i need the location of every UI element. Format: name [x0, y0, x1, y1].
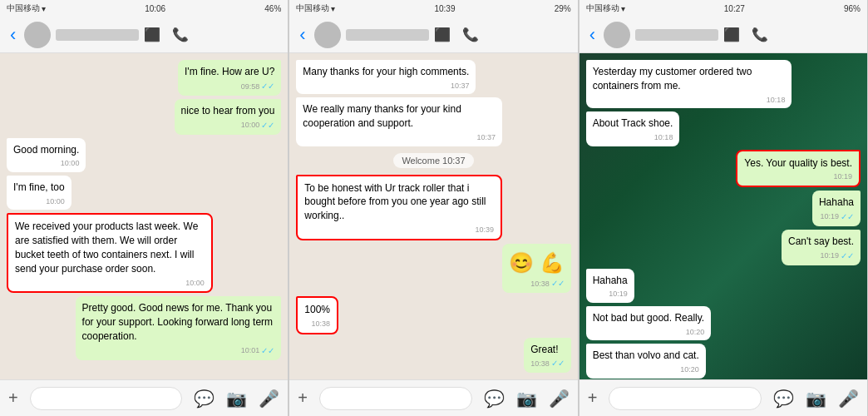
phone-icon-2[interactable]: 📞	[462, 27, 479, 42]
message-text: Yesterday my customer ordered two contai…	[593, 66, 752, 92]
tick-icon: ✓✓	[261, 345, 274, 357]
back-button-2[interactable]: ‹	[296, 24, 308, 46]
message-time: 09:58✓✓	[185, 81, 274, 92]
time-text: 09:58	[241, 82, 260, 92]
phone-panel-1: 中国移动 ▾ 10:06 46% ‹ ⬛ 📞 I'm fine. How are…	[0, 0, 289, 416]
message-text: Yes. Your quality is best.	[744, 157, 852, 169]
message-text: nice to hear from you	[181, 105, 275, 116]
time-text: 10:38	[312, 319, 331, 329]
nav-icons-3: ⬛ 📞	[723, 27, 768, 42]
message-bubble: Many thanks for your high comments.10:37	[296, 60, 570, 94]
message-input-2[interactable]	[319, 387, 472, 410]
status-bar-1: 中国移动 ▾ 10:06 46%	[0, 0, 288, 17]
phone-icon-3[interactable]: 📞	[752, 27, 768, 42]
message-bubble: Yes. Your quality is best.10:19	[586, 150, 861, 187]
chat-area-1: I'm fine. How are U?09:58✓✓nice to hear …	[0, 53, 288, 379]
back-button-3[interactable]: ‹	[586, 24, 599, 46]
message-bubble: Not bad but good. Really.10:20	[586, 306, 861, 340]
time-text: 10:00	[46, 196, 65, 207]
avatar-1	[24, 22, 51, 48]
carrier-3: 中国移动	[586, 2, 619, 14]
plus-icon-1[interactable]: +	[8, 389, 18, 408]
mic-icon-1[interactable]: 🎤	[259, 389, 279, 409]
status-right-3: 96%	[844, 4, 861, 13]
bottom-bar-1: + 💬 📷 🎤	[0, 379, 288, 416]
carrier-1: 中国移动	[7, 2, 40, 14]
message-bubble: I'm fine. How are U?09:58✓✓	[7, 60, 281, 96]
message-bubble: 😊 💪10:38✓✓	[296, 244, 570, 294]
message-text: I'm fine. How are U?	[185, 66, 274, 77]
message-time: 10:19	[593, 289, 628, 300]
message-time: 10:18	[593, 132, 673, 143]
message-bubble: Yesterday my customer ordered two contai…	[586, 60, 861, 108]
status-bar-2: 中国移动 ▾ 10:39 29%	[289, 0, 577, 17]
time-text: 10:19	[833, 171, 852, 182]
message-text: Good morning.	[13, 144, 79, 156]
status-left-3: 中国移动 ▾	[586, 2, 625, 14]
phone-icon-1[interactable]: 📞	[172, 27, 189, 42]
message-bubble: We received your products last week. We …	[7, 213, 281, 293]
message-text: Great!	[530, 344, 558, 355]
wifi-icon-2: ▾	[331, 4, 335, 13]
message-time: 10:39	[304, 225, 494, 235]
contact-name-3	[635, 29, 718, 41]
contact-name-2	[346, 29, 429, 41]
bottom-bar-3: + 💬 📷 🎤	[579, 379, 867, 416]
nav-bar-2: ‹ ⬛ 📞	[289, 17, 577, 53]
message-bubble: Pretty good. Good news for me. Thank you…	[7, 296, 281, 359]
camera-icon-2[interactable]: 📷	[516, 389, 537, 409]
wifi-icon-1: ▾	[42, 4, 46, 13]
message-text: Best than volvo and cat.	[593, 349, 699, 361]
plus-icon-3[interactable]: +	[588, 389, 598, 408]
time-text: 10:19	[820, 211, 839, 222]
carrier-2: 中国移动	[296, 2, 329, 14]
message-input-3[interactable]	[609, 387, 762, 410]
bubble-icon-3[interactable]: 💬	[773, 389, 794, 409]
time-text: 10:18	[654, 132, 673, 143]
incoming-bubble: Yesterday my customer ordered two contai…	[586, 60, 792, 108]
camera-icon-1[interactable]: 📷	[226, 389, 247, 409]
mic-icon-3[interactable]: 🎤	[838, 389, 859, 409]
message-time: 10:19✓✓	[819, 211, 854, 223]
incoming-bubble: We received your products last week. We …	[7, 213, 213, 293]
message-text: Pretty good. Good news for me. Thank you…	[82, 302, 273, 342]
video-icon-1[interactable]: ⬛	[144, 27, 160, 42]
outgoing-bubble: Pretty good. Good news for me. Thank you…	[76, 296, 282, 359]
status-right-1: 46%	[264, 4, 281, 13]
message-bubble: Good morning.10:00	[7, 138, 281, 172]
time-3: 10:27	[724, 4, 745, 13]
chat-area-3: Yesterday my customer ordered two contai…	[579, 53, 867, 379]
outgoing-bubble: 😊 💪10:38✓✓	[502, 244, 571, 294]
message-bubble: Hahaha10:19✓✓	[586, 191, 861, 226]
bubble-icon-1[interactable]: 💬	[194, 389, 215, 409]
plus-icon-2[interactable]: +	[298, 389, 308, 408]
message-text: I'm fine, too	[13, 181, 65, 193]
back-button-1[interactable]: ‹	[7, 24, 19, 46]
message-text: Not bad but good. Really.	[593, 312, 705, 324]
bottom-bar-2: + 💬 📷 🎤	[289, 379, 577, 416]
nav-icons-1: ⬛ 📞	[144, 27, 189, 42]
tick-icon: ✓✓	[261, 81, 274, 92]
message-input-1[interactable]	[30, 387, 183, 410]
nav-icons-2: ⬛ 📞	[434, 27, 479, 42]
chat-area-2: Many thanks for your high comments.10:37…	[289, 53, 577, 379]
camera-icon-3[interactable]: 📷	[806, 389, 826, 409]
message-bubble: nice to hear from you10:00✓✓	[7, 99, 281, 135]
outgoing-bubble: Yes. Your quality is best.10:19	[736, 150, 861, 187]
message-bubble: Hahaha10:19	[586, 269, 861, 303]
time-text: 10:38	[530, 279, 550, 290]
bubble-icon-2[interactable]: 💬	[484, 389, 505, 409]
outgoing-bubble: Can't say best.10:19✓✓	[782, 230, 861, 265]
time-text: 10:00	[61, 158, 80, 169]
message-time: 10:19	[744, 171, 852, 182]
message-time: 10:00✓✓	[181, 120, 275, 131]
nav-bar-3: ‹ ⬛ 📞	[579, 17, 867, 53]
video-icon-3[interactable]: ⬛	[723, 27, 740, 42]
tick-icon: ✓✓	[551, 358, 565, 369]
message-time: 10:20	[593, 364, 699, 375]
outgoing-bubble: I'm fine. How are U?09:58✓✓	[178, 60, 281, 96]
time-text: 10:00	[241, 120, 260, 131]
video-icon-2[interactable]: ⬛	[434, 27, 451, 42]
incoming-bubble: I'm fine, too10:00	[7, 176, 72, 210]
mic-icon-2[interactable]: 🎤	[549, 389, 570, 409]
